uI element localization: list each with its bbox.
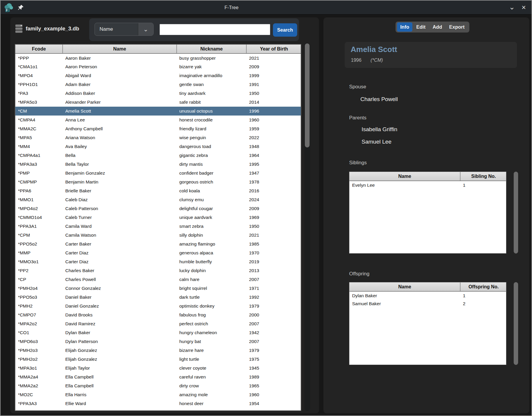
table-row[interactable]: *CMPA4Anna Leehonest crocodile1960 [15, 116, 301, 124]
column-header[interactable]: Name [349, 172, 460, 181]
table-row[interactable]: *PPO5o3Daniel Bakerdark turtle1992 [15, 293, 301, 302]
cell: Daniel Baker [63, 293, 177, 302]
cell: optimistic donkey [177, 302, 246, 311]
table-row[interactable]: *MMA2a2Ella Campbelldirty crow1965 [15, 381, 301, 390]
table-row[interactable]: Evelyn Lee1 [349, 181, 506, 189]
column-header[interactable]: Nickname [177, 45, 246, 53]
table-row[interactable]: *MPO6o3Dylan Pattersonhungry bat2007 [15, 337, 301, 346]
table-row[interactable]: *MMO3o1Carter Diazhumble butterfly2019 [15, 257, 301, 266]
siblings-scrollbar-thumb[interactable] [514, 172, 518, 254]
table-row[interactable]: *PMH2o2Elijah Gonzalezlight turtle1975 [15, 355, 301, 364]
cell: 1978 [246, 178, 301, 186]
table-row[interactable]: Samuel Baker2 [349, 300, 506, 308]
detail-panel: Info Edit Add Export Amelia Scott 1996(*… [323, 17, 529, 413]
table-row[interactable]: *MO2CElla Harrisamazing mole1960 [15, 390, 301, 399]
table-row[interactable]: *CMPO7David Brooksfabulous frog2000 [15, 311, 301, 319]
table-row[interactable]: *MPO4o2Caleb Pattersondelightful cougar2… [15, 204, 301, 213]
cell: 2009 [246, 62, 301, 71]
table-row[interactable]: *CPCharles Powellcalm hare2007 [15, 275, 301, 284]
cell: *MPA5 [15, 133, 63, 142]
table-row[interactable]: *MPA5Ariana Watsonwise penguin2022 [15, 133, 301, 142]
tab-export[interactable]: Export [446, 22, 468, 32]
table-row[interactable]: *PMH2o3Elijah Gonzalezbizarre hare1979 [15, 346, 301, 355]
table-row[interactable]: *MMA2a4Ella Campbellcareful raven1989 [15, 373, 301, 381]
cell: Carter Diaz [63, 257, 177, 266]
table-row[interactable]: *PPA6Brielle Bakercold koala2016 [15, 186, 301, 195]
table-row[interactable]: Dylan Baker1 [349, 291, 506, 300]
table-row[interactable]: *PPH1O1Adam Bakergentle swan1991 [15, 80, 301, 89]
cell: amazing mole [177, 390, 246, 399]
table-row[interactable]: *MMO1Caleb Diazclumsy emu2024 [15, 195, 301, 204]
column-header[interactable]: Offspring No. [460, 282, 506, 291]
cell: 1954 [246, 399, 301, 408]
table-row[interactable]: *MPO4Abigail Wardimaginative armadillo19… [15, 71, 301, 80]
tab-add[interactable]: Add [429, 22, 445, 32]
cell: Benjamin Martin [63, 178, 177, 186]
search-field-dropdown[interactable]: Name ⌄ [95, 23, 154, 36]
spouse-item[interactable]: Charles Powell [360, 96, 398, 103]
table-row[interactable]: *PP2Charles Bakerlucky dolphin2013 [15, 266, 301, 275]
table-row[interactable]: *CO1Dylan Bakerhungry chameleon1942 [15, 328, 301, 337]
table-row[interactable]: *MMA2CAnthony Campbellfriendly lizard195… [15, 124, 301, 133]
table-row[interactable]: *PPPAaron Bakerbusy grasshopper2021 [15, 53, 301, 62]
cell: 1995 [246, 160, 301, 169]
column-header[interactable]: Sibling No. [460, 172, 506, 181]
table-row[interactable]: *MMPCarter Diazgenerous alpaca1970 [15, 248, 301, 257]
tab-info[interactable]: Info [397, 22, 412, 32]
pin-icon[interactable] [17, 4, 24, 11]
table-row[interactable]: *MPA3o1Elijah Taylorclever coyote1945 [15, 364, 301, 373]
detail-tabbar: Info Edit Add Export [396, 22, 469, 32]
cell: Amelia Scott [63, 107, 177, 116]
search-input[interactable] [160, 24, 270, 35]
offspring-table: NameOffspring No. Dylan Baker1Samuel Bak… [349, 282, 506, 365]
people-table-scrollbar-thumb[interactable] [305, 43, 310, 147]
column-header[interactable]: Name [63, 45, 177, 53]
cell: *CO1 [15, 328, 63, 337]
cell: generous alpaca [177, 248, 246, 257]
cell: Evelyn Lee [349, 181, 460, 189]
cell: perfect ostrich [177, 319, 246, 328]
cell: 1975 [246, 355, 301, 364]
cell: 2007 [246, 275, 301, 284]
cell: *CMPA4 [15, 116, 63, 124]
app-logo-icon: F [4, 2, 14, 13]
table-row[interactable]: *PPA3A1Camila Wardsmart zebra1950 [15, 222, 301, 231]
column-header[interactable]: Year of Birth [246, 45, 301, 53]
table-row[interactable]: *MPA2o2David Ramirezperfect ostrich2007 [15, 319, 301, 328]
table-row[interactable]: *CMAmelia Scottunusual octopus1996 [15, 107, 301, 116]
table-row[interactable]: *MM4Ava Baileydangerous toad1948 [15, 142, 301, 151]
search-button[interactable]: Search [273, 23, 297, 37]
minimize-button[interactable]: ⌄ [507, 1, 517, 14]
table-row[interactable]: *CMPMPBenjamin Martingorgeous ostrich197… [15, 178, 301, 186]
table-row[interactable]: *PA3Addison Bakertiny aardvark1950 [15, 89, 301, 98]
cell: silly dolphin [177, 231, 246, 240]
spouse-label: Spouse [349, 84, 366, 90]
column-header[interactable]: Fcode [15, 45, 63, 53]
cell: 1970 [246, 248, 301, 257]
cell: Ellie Ward [63, 399, 177, 408]
cell: careful raven [177, 373, 246, 381]
table-row[interactable]: *PPO5o2Carter Bakeramazing flamingo1985 [15, 240, 301, 248]
cell: 1979 [246, 346, 301, 355]
table-row[interactable]: *PMH2o4Connor Gonzalezbright squirrel197… [15, 284, 301, 293]
table-row[interactable]: *PMPBenjamin Gonzalezconfident badger194… [15, 169, 301, 178]
table-row[interactable]: *CMPA4a1Bellagigantic zebra1964 [15, 151, 301, 160]
cell: Charles Powell [63, 275, 177, 284]
column-header[interactable]: Name [349, 282, 460, 291]
cell: Carter Diaz [63, 248, 177, 257]
cell: *PPA3A3 [15, 399, 63, 408]
offspring-scrollbar-thumb[interactable] [514, 282, 518, 365]
table-row[interactable]: *CMMO1o4Caleb Turnerunique aardvark1969 [15, 213, 301, 222]
table-row[interactable]: *PPA3A3Ellie Wardhonest deer1954 [15, 399, 301, 408]
cell: gigantic zebra [177, 151, 246, 160]
parent-item[interactable]: Samuel Lee [362, 139, 391, 145]
cell: *MPA2o2 [15, 319, 63, 328]
tab-edit[interactable]: Edit [413, 22, 429, 32]
table-row[interactable]: *MPA3a3Bella Taylordirty mantis1995 [15, 160, 301, 169]
table-row[interactable]: *CMA1o1Aaron Petersonbizarre yak2009 [15, 62, 301, 71]
parent-item[interactable]: Isabella Griffin [362, 126, 397, 133]
table-row[interactable]: *CPMCamila Watsonsilly dolphin2021 [15, 231, 301, 240]
table-row[interactable]: *PMH2Daniel Gonzalezoptimistic donkey197… [15, 302, 301, 311]
close-button[interactable]: ✕ [518, 1, 529, 14]
table-row[interactable]: *MPA5o3Alexander Parkersafe rabbit2014 [15, 98, 301, 107]
